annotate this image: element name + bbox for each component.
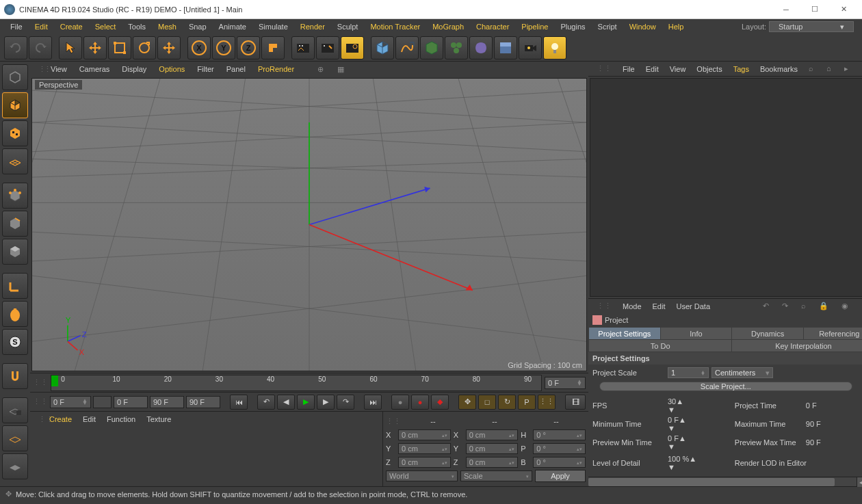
world-dropdown[interactable]: World▾	[386, 470, 458, 481]
scale-dropdown[interactable]: Scale▾	[460, 470, 532, 481]
menu-help[interactable]: Help	[662, 19, 690, 34]
rot-key-button[interactable]: ↻	[498, 395, 516, 410]
menu-snap[interactable]: Snap	[183, 19, 213, 34]
light-button[interactable]	[543, 36, 566, 59]
rotate-tool[interactable]	[133, 36, 156, 59]
menu-sculpt[interactable]: Sculpt	[331, 19, 365, 34]
project-scale-unit[interactable]: Centimeters▾	[711, 367, 773, 378]
mmenu-edit[interactable]: Edit	[77, 415, 101, 423]
select-tool[interactable]	[59, 36, 82, 59]
keyframe-sel-button[interactable]: ◆	[431, 395, 449, 410]
menu-plugins[interactable]: Plugins	[554, 19, 591, 34]
vmenu-prorender[interactable]: ProRender	[252, 65, 300, 73]
omenu-objects[interactable]: Objects	[691, 65, 727, 73]
environment-button[interactable]	[494, 36, 517, 59]
amenu-mode[interactable]: Mode	[617, 302, 647, 310]
menu-simulate[interactable]: Simulate	[252, 19, 294, 34]
viewport-config-icon[interactable]: ⊕	[312, 65, 329, 74]
tab-referencing[interactable]: Referencing	[804, 328, 862, 339]
vmenu-filter[interactable]: Filter	[192, 65, 219, 73]
goto-start-button[interactable]: ⏮	[230, 395, 248, 410]
goto-end-button[interactable]: ⏭	[364, 395, 382, 410]
magnet-button[interactable]	[2, 363, 28, 389]
edges-mode-button[interactable]	[2, 211, 28, 237]
range-end-field[interactable]: 90 F	[186, 396, 220, 408]
horizontal-scrollbar[interactable]: ◀▶	[588, 477, 862, 486]
vmenu-cameras[interactable]: Cameras	[74, 65, 116, 73]
close-button[interactable]: ✕	[829, 0, 858, 19]
play-button[interactable]: ▶	[297, 395, 315, 410]
mmenu-texture[interactable]: Texture	[141, 415, 177, 423]
next-key-button[interactable]: ↷	[337, 395, 354, 410]
x-axis-button[interactable]: X	[187, 36, 211, 59]
menu-motion-tracker[interactable]: Motion Tracker	[364, 19, 426, 34]
expand-icon[interactable]: ⊞	[856, 64, 862, 73]
autokey-button[interactable]: ●	[411, 395, 429, 410]
prev-min-field[interactable]: 0 F▲▼	[668, 434, 686, 451]
timeline-ruler[interactable]: 0102030405060708090	[51, 375, 542, 391]
spline-button[interactable]	[395, 36, 419, 59]
y-axis-button[interactable]: Y	[212, 36, 235, 59]
make-editable-button[interactable]	[2, 64, 28, 90]
range-out-field[interactable]: 90 F	[150, 396, 184, 408]
omenu-bookmarks[interactable]: Bookmarks	[755, 65, 803, 73]
tab-dynamics[interactable]: Dynamics	[732, 328, 803, 339]
animation-layer-button[interactable]: 🎞	[565, 395, 586, 410]
new-icon[interactable]: ◉	[836, 302, 854, 310]
tab-key-interpolation[interactable]: Key Interpolation	[732, 340, 862, 352]
maximize-button[interactable]: ☐	[800, 0, 829, 19]
menu-render[interactable]: Render	[294, 19, 331, 34]
prev-key-button[interactable]: ↶	[257, 395, 275, 410]
render-region-button[interactable]	[316, 36, 339, 59]
range-start-field[interactable]: 0 F▲▼	[50, 396, 91, 408]
planar-workplane-button[interactable]	[2, 425, 28, 451]
redo-button[interactable]	[29, 36, 52, 59]
menu-pipeline[interactable]: Pipeline	[515, 19, 554, 34]
model-mode-button[interactable]	[2, 92, 28, 118]
search-icon[interactable]: ⌕	[796, 302, 811, 310]
minimize-button[interactable]: ─	[772, 0, 800, 19]
menu-file[interactable]: File	[4, 19, 29, 34]
points-mode-button[interactable]	[2, 183, 28, 209]
amenu-edit[interactable]: Edit	[647, 302, 671, 310]
axis-button[interactable]	[2, 273, 28, 299]
next-frame-button[interactable]: ▶	[317, 395, 335, 410]
menu-mograph[interactable]: MoGraph	[426, 19, 470, 34]
amenu-user-data[interactable]: User Data	[671, 302, 716, 310]
z-axis-button[interactable]: Z	[237, 36, 260, 59]
tab-project-settings[interactable]: Project Settings	[589, 328, 660, 339]
move-tool[interactable]	[83, 36, 107, 59]
menu-select[interactable]: Select	[89, 19, 122, 34]
generator-button[interactable]	[445, 36, 468, 59]
forward-icon[interactable]: ↷	[776, 302, 794, 310]
locked-workplane-button[interactable]	[2, 397, 28, 423]
viewport-layout-icon[interactable]: ▦	[332, 65, 350, 74]
fps-field[interactable]: 30▲▼	[668, 397, 683, 414]
render-view-button[interactable]	[291, 36, 315, 59]
lod-field[interactable]: 100 %▲▼	[668, 455, 696, 471]
menu-create[interactable]: Create	[54, 19, 89, 34]
menu-mesh[interactable]: Mesh	[152, 19, 183, 34]
polygons-mode-button[interactable]	[2, 239, 28, 265]
omenu-file[interactable]: File	[617, 65, 640, 73]
deformer-button[interactable]	[469, 36, 493, 59]
range-in-field[interactable]: 0 F	[114, 396, 148, 408]
omenu-edit[interactable]: Edit	[640, 65, 664, 73]
mmenu-create[interactable]: Create	[44, 415, 77, 423]
menu-script[interactable]: Script	[592, 19, 623, 34]
object-tree[interactable]	[590, 78, 862, 297]
menu-character[interactable]: Character	[470, 19, 515, 34]
back-icon[interactable]: ↶	[757, 302, 774, 310]
range-slider[interactable]	[93, 396, 112, 408]
search-icon[interactable]: ⌕	[803, 64, 819, 73]
camera-button[interactable]	[519, 36, 542, 59]
tab-info[interactable]: Info	[661, 328, 732, 339]
record-button[interactable]: ●	[391, 395, 409, 410]
nurbs-button[interactable]	[420, 36, 443, 59]
apply-button[interactable]: Apply	[535, 470, 586, 482]
undo-button[interactable]	[4, 36, 27, 59]
project-scale-field[interactable]: 1▲▼	[668, 367, 709, 378]
render-settings-button[interactable]	[341, 36, 364, 59]
workplane-button[interactable]	[2, 148, 28, 174]
layout-dropdown[interactable]: Startup▾	[769, 21, 854, 32]
